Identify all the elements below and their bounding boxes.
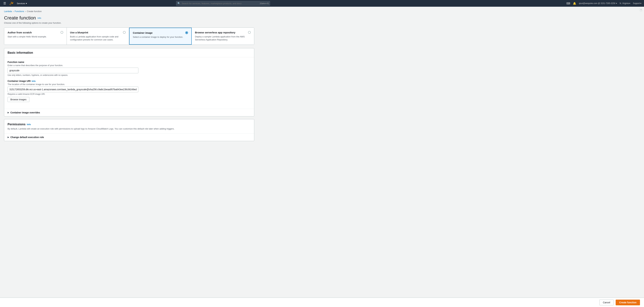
- cancel-button[interactable]: Cancel: [600, 300, 614, 305]
- container-uri-hint: The location of the container image to u…: [8, 83, 251, 86]
- option-card-container-header: Container image: [133, 31, 188, 34]
- option-container-radio[interactable]: [185, 31, 188, 34]
- chevron-down-icon: ▾: [640, 2, 641, 4]
- option-card-serverless-header: Browse serverless app repository: [195, 31, 251, 34]
- search-icon: 🔍: [178, 2, 180, 5]
- top-navigation: ☰ Services ▾ 🔍 [Option+S] ⌨ 🔔 qiuxi@wesp…: [0, 0, 644, 7]
- change-role-accordion[interactable]: ▶ Change default execution role: [4, 133, 254, 141]
- option-card-container[interactable]: Container image Select a container image…: [129, 28, 192, 44]
- breadcrumb-sep-1: ›: [13, 10, 14, 12]
- page-info-circle[interactable]: ℹ: [639, 8, 643, 12]
- breadcrumb-sep-2: ›: [25, 10, 26, 12]
- main-wrapper: Lambda › Functions › Create function Cre…: [0, 7, 644, 154]
- option-blueprint-title: Use a blueprint: [70, 31, 88, 34]
- container-uri-input[interactable]: [8, 86, 138, 92]
- permissions-body: Permissions Info By default, Lambda will…: [4, 119, 254, 133]
- search-bar[interactable]: 🔍 [Option+S]: [176, 1, 270, 6]
- option-card-author[interactable]: Author from scratch Start with a simple …: [4, 28, 67, 44]
- option-serverless-radio[interactable]: [248, 31, 251, 34]
- bell-icon[interactable]: 🔔: [573, 2, 576, 5]
- option-card-serverless[interactable]: Browse serverless app repository Deploy …: [192, 28, 254, 44]
- function-name-input[interactable]: [8, 68, 138, 73]
- breadcrumb-lambda[interactable]: Lambda: [4, 10, 12, 12]
- services-menu[interactable]: Services ▾: [17, 2, 27, 5]
- option-blueprint-radio[interactable]: [123, 31, 126, 34]
- container-uri-field: Container image URI Info The location of…: [8, 80, 251, 102]
- region-menu[interactable]: N. Virginia ▾: [620, 2, 630, 4]
- chevron-right-icon-2: ▶: [8, 136, 9, 138]
- chevron-down-icon: ▾: [26, 2, 27, 5]
- chevron-right-icon: ▶: [8, 112, 9, 114]
- nav-right-section: ⌨ 🔔 qiuxi@wespoke.com @ 3151-7265-3259 ▾…: [566, 2, 641, 5]
- browse-images-button[interactable]: Browse images: [8, 97, 29, 102]
- content-area: Lambda › Functions › Create function Cre…: [0, 7, 258, 154]
- container-overrides-header: ▶ Container image overrides: [8, 111, 251, 114]
- chevron-down-icon: ▾: [629, 2, 630, 4]
- change-role-header: ▶ Change default execution role: [8, 136, 251, 138]
- permissions-section: Permissions Info By default, Lambda will…: [4, 119, 254, 141]
- option-serverless-title: Browse serverless app repository: [195, 31, 236, 34]
- container-uri-info-link[interactable]: Info: [32, 80, 36, 82]
- basic-info-body: Function name Enter a name that describe…: [4, 57, 254, 109]
- account-menu[interactable]: qiuxi@wespoke.com @ 3151-7265-3259 ▾: [579, 2, 617, 4]
- option-cards: Author from scratch Start with a simple …: [4, 28, 254, 45]
- basic-info-section: Basic information Function name Enter a …: [4, 48, 254, 116]
- page-title-info-link[interactable]: Info: [38, 17, 41, 19]
- create-function-button[interactable]: Create function: [616, 300, 640, 305]
- function-name-label: Function name: [8, 61, 251, 64]
- basic-info-title: Basic information: [8, 51, 33, 54]
- page-footer: Cancel Create function: [0, 298, 644, 307]
- hamburger-menu[interactable]: ☰: [3, 1, 7, 6]
- option-card-author-header: Author from scratch: [8, 31, 63, 34]
- page-subtitle: Choose one of the following options to c…: [4, 22, 254, 24]
- permissions-info-link[interactable]: Info: [27, 123, 31, 126]
- aws-logo[interactable]: [9, 1, 14, 6]
- option-container-title: Container image: [133, 31, 152, 34]
- option-blueprint-desc: Build a Lambda application from sample c…: [70, 35, 126, 41]
- option-author-radio[interactable]: [60, 31, 63, 34]
- breadcrumb: Lambda › Functions › Create function: [4, 10, 254, 12]
- option-author-title: Author from scratch: [8, 31, 32, 34]
- breadcrumb-current: Create function: [27, 10, 42, 12]
- option-card-blueprint[interactable]: Use a blueprint Build a Lambda applicati…: [67, 28, 129, 44]
- terminal-icon[interactable]: ⌨: [566, 2, 570, 5]
- permissions-desc: By default, Lambda will create an execut…: [8, 128, 251, 130]
- option-author-desc: Start with a simple Hello World example.: [8, 35, 63, 38]
- function-name-validation: Use only letters, numbers, hyphens, or u…: [8, 74, 251, 76]
- search-input[interactable]: [176, 1, 270, 6]
- container-uri-label: Container image URI Info: [8, 80, 251, 82]
- basic-info-header: Basic information: [4, 48, 254, 57]
- function-name-field: Function name Enter a name that describe…: [8, 61, 251, 76]
- search-shortcut: [Option+S]: [260, 2, 269, 4]
- option-serverless-desc: Deploy a sample Lambda application from …: [195, 35, 251, 41]
- container-uri-validation: Requires a valid Amazon ECR image URI.: [8, 93, 251, 95]
- support-menu[interactable]: Support ▾: [633, 2, 641, 4]
- option-card-blueprint-header: Use a blueprint: [70, 31, 126, 34]
- chevron-down-icon: ▾: [616, 2, 617, 4]
- permissions-title: Permissions Info: [8, 123, 251, 126]
- container-overrides-accordion[interactable]: ▶ Container image overrides: [4, 109, 254, 116]
- function-name-hint: Enter a name that describes the purpose …: [8, 64, 251, 66]
- breadcrumb-functions[interactable]: Functions: [14, 10, 24, 12]
- page-title: Create function Info: [4, 15, 254, 21]
- option-container-desc: Select a container image to deploy for y…: [133, 36, 188, 38]
